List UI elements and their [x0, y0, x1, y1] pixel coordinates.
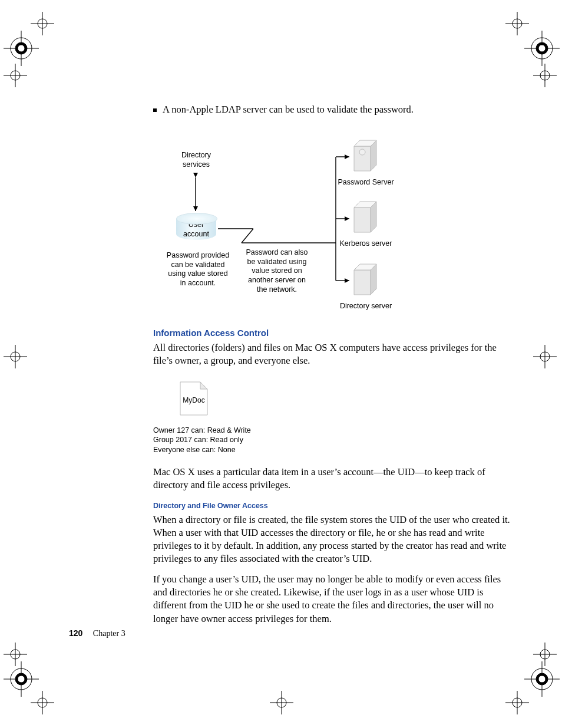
svg-point-9 [538, 45, 546, 52]
paragraph-uid: Mac OS X uses a particular data item in … [153, 466, 513, 492]
crossmark-icon [31, 691, 54, 714]
paragraph-owner-2: If you change a user’s UID, the user may… [153, 573, 513, 625]
perm-everyone: Everyone else can: None [153, 445, 513, 455]
crossmark-icon [4, 643, 27, 666]
svg-marker-66 [354, 207, 371, 232]
document-icon: MyDoc [178, 380, 210, 417]
permissions-block: Owner 127 can: Read & Write Group 2017 c… [153, 426, 513, 456]
crossmark-icon [4, 64, 27, 87]
document-name: MyDoc [178, 396, 210, 404]
svg-marker-68 [371, 202, 376, 232]
svg-marker-64 [371, 140, 376, 171]
chapter-label: Chapter 3 [93, 629, 125, 638]
regmark-icon [524, 661, 560, 697]
perm-owner: Owner 127 can: Read & Write [153, 426, 513, 436]
crossmark-icon [270, 691, 293, 714]
crossmark-icon [533, 64, 557, 87]
auth-diagram: Directoryservices Useraccount Password p… [162, 133, 415, 316]
paragraph-owner-1: When a directory or file is created, the… [153, 513, 513, 566]
regmark-icon [524, 31, 560, 66]
password-server-icon [351, 138, 379, 174]
svg-marker-73 [200, 382, 207, 389]
directory-server-icon [351, 262, 379, 298]
svg-marker-71 [371, 264, 376, 295]
svg-line-55 [242, 229, 253, 243]
crossmark-icon [31, 12, 54, 35]
page-content: A non-Apple LDAP server can be used to v… [153, 104, 513, 633]
crossmark-icon [505, 12, 529, 35]
svg-point-65 [359, 149, 365, 155]
label-password-server: Password Server [336, 178, 395, 187]
label-kerberos-server: Kerberos server [336, 239, 395, 249]
perm-group: Group 2017 can: Read only [153, 435, 513, 445]
paragraph-info-access: All directories (folders) and files on M… [153, 341, 513, 368]
caption-password-account: Password providedcan be validatedusing v… [160, 251, 236, 288]
svg-point-19 [538, 676, 546, 683]
label-directory-services: Directoryservices [174, 151, 219, 169]
crossmark-icon [4, 345, 27, 368]
page-number: 120 [69, 628, 82, 638]
bullet-item: A non-Apple LDAP server can be used to v… [153, 104, 513, 116]
bullet-square-icon [153, 108, 157, 112]
heading-information-access-control: Information Access Control [153, 328, 513, 338]
bullet-text: A non-Apple LDAP server can be used to v… [163, 104, 414, 116]
svg-point-4 [18, 45, 25, 52]
crossmark-icon [505, 691, 529, 714]
caption-password-network: Password can alsobe validated usingvalue… [239, 248, 315, 294]
crossmark-icon [533, 643, 557, 666]
svg-marker-69 [354, 270, 371, 295]
kerberos-server-icon [351, 199, 379, 236]
svg-point-14 [18, 676, 25, 683]
heading-owner-access: Directory and File Owner Access [153, 502, 513, 510]
regmark-icon [4, 31, 39, 66]
crossmark-icon [533, 345, 557, 368]
label-directory-server: Directory server [336, 302, 395, 311]
page-footer: 120 Chapter 3 [69, 628, 125, 638]
